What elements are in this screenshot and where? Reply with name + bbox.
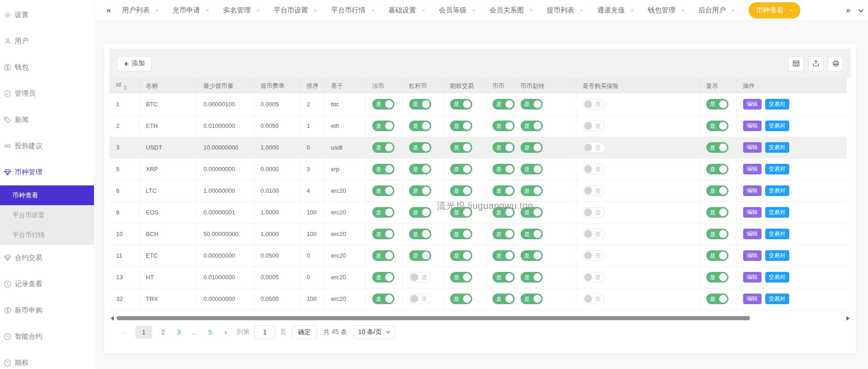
toggle-fiat-on[interactable]: 是: [372, 272, 394, 283]
toggle-visible-on[interactable]: 是: [706, 294, 728, 304]
print-icon[interactable]: [828, 56, 843, 71]
horizontal-scrollbar[interactable]: [110, 316, 850, 321]
export-icon[interactable]: [808, 56, 823, 71]
tab-close-icon[interactable]: ×: [732, 7, 735, 13]
tab-platform-coin-quotes[interactable]: 平台币行情×: [331, 6, 375, 15]
toggle-leverage-on[interactable]: 是: [409, 142, 431, 153]
scroll-left-arrow-icon[interactable]: [111, 316, 114, 321]
toggle-options-on[interactable]: 是: [450, 185, 472, 196]
trading-pairs-button[interactable]: 交易对: [765, 121, 789, 131]
toggle-spot-on[interactable]: 是: [493, 250, 515, 261]
toggle-insurance-off[interactable]: 否: [583, 99, 605, 110]
toggle-transfer-on[interactable]: 是: [521, 99, 543, 110]
toggle-options-on[interactable]: 是: [450, 207, 472, 218]
scrollbar-track[interactable]: [116, 316, 844, 320]
toggle-leverage-on[interactable]: 是: [409, 99, 431, 110]
toggle-fiat-on[interactable]: 是: [372, 294, 394, 304]
tab-menu-chevron-down-icon[interactable]: [857, 6, 865, 15]
tab-deposit-request[interactable]: 充币申请×: [173, 6, 210, 15]
toggle-fiat-on[interactable]: 是: [372, 142, 394, 153]
tab-close-icon[interactable]: ×: [314, 7, 317, 13]
scroll-right-arrow-icon[interactable]: [846, 316, 850, 321]
toggle-insurance-off[interactable]: 否: [583, 142, 605, 153]
trading-pairs-button[interactable]: 交易对: [765, 294, 789, 304]
edit-button[interactable]: 编辑: [743, 250, 762, 261]
toggle-fiat-on[interactable]: 是: [372, 164, 394, 174]
toggle-visible-on[interactable]: 是: [706, 272, 728, 283]
toggle-visible-on[interactable]: 是: [706, 207, 728, 218]
toggle-options-on[interactable]: 是: [450, 121, 472, 131]
add-button[interactable]: + 添加: [117, 56, 152, 71]
tab-close-icon[interactable]: ×: [422, 7, 425, 13]
toggle-transfer-on[interactable]: 是: [521, 185, 543, 196]
toggle-fiat-on[interactable]: 是: [372, 99, 394, 110]
collapse-tabs-icon[interactable]: «: [106, 6, 111, 15]
page-5[interactable]: 5: [205, 329, 215, 336]
toggle-fiat-on[interactable]: 是: [372, 229, 394, 239]
tab-close-icon[interactable]: ×: [206, 7, 210, 13]
expand-tabs-icon[interactable]: »: [846, 6, 850, 15]
tab-wallet-manage[interactable]: 钱包管理×: [648, 6, 685, 15]
toggle-insurance-off[interactable]: 否: [583, 229, 605, 239]
toggle-options-on[interactable]: 是: [450, 294, 472, 304]
toggle-spot-on[interactable]: 是: [493, 272, 515, 283]
toggle-leverage-on[interactable]: 是: [409, 164, 431, 174]
edit-button[interactable]: 编辑: [743, 164, 762, 174]
sidebar-item-smart-contract[interactable]: 智能合约: [0, 323, 94, 350]
toggle-options-on[interactable]: 是: [450, 99, 472, 110]
toggle-spot-on[interactable]: 是: [493, 121, 515, 131]
toggle-spot-on[interactable]: 是: [493, 294, 515, 304]
toggle-transfer-on[interactable]: 是: [521, 294, 543, 304]
sidebar-item-coin-manage[interactable]: 币种管理: [0, 159, 94, 185]
toggle-insurance-off[interactable]: 否: [583, 294, 605, 304]
toggle-visible-on[interactable]: 是: [706, 185, 728, 196]
toggle-leverage-on[interactable]: 是: [409, 185, 431, 196]
edit-button[interactable]: 编辑: [743, 294, 762, 304]
toggle-fiat-on[interactable]: 是: [372, 207, 394, 218]
tab-close-icon[interactable]: ×: [472, 7, 476, 13]
toggle-transfer-on[interactable]: 是: [521, 142, 543, 153]
toggle-insurance-off[interactable]: 否: [583, 164, 605, 174]
sidebar-item-new-coin[interactable]: 新币申购: [0, 297, 94, 323]
tab-close-icon[interactable]: ×: [580, 7, 584, 13]
sidebar-item-users[interactable]: 用户: [0, 28, 94, 54]
toggle-transfer-on[interactable]: 是: [521, 164, 543, 174]
sidebar-item-news[interactable]: 新闻: [0, 107, 94, 133]
edit-button[interactable]: 编辑: [743, 272, 762, 283]
toggle-spot-on[interactable]: 是: [493, 229, 515, 239]
tab-member-graph[interactable]: 会员关系图×: [489, 6, 533, 15]
toggle-spot-on[interactable]: 是: [493, 185, 515, 196]
toggle-leverage-on[interactable]: 是: [409, 250, 431, 261]
page-3[interactable]: 3: [174, 329, 183, 336]
sidebar-item-records[interactable]: 记录查看: [0, 271, 94, 297]
trading-pairs-button[interactable]: 交易对: [765, 185, 789, 196]
toggle-transfer-on[interactable]: 是: [521, 121, 543, 131]
toggle-leverage-on[interactable]: 是: [409, 207, 431, 218]
toggle-fiat-on[interactable]: 是: [372, 250, 394, 261]
toggle-visible-on[interactable]: 是: [706, 164, 728, 174]
toggle-visible-on[interactable]: 是: [706, 142, 728, 153]
toggle-insurance-off[interactable]: 否: [583, 207, 605, 218]
sidebar-item-settings[interactable]: 设置: [0, 2, 94, 28]
tab-admin-users[interactable]: 后台用户×: [698, 6, 735, 15]
trading-pairs-button[interactable]: 交易对: [765, 164, 789, 174]
edit-button[interactable]: 编辑: [743, 229, 762, 239]
scrollbar-thumb[interactable]: [117, 316, 750, 320]
edit-button[interactable]: 编辑: [743, 142, 762, 153]
goto-page-input[interactable]: [254, 325, 276, 339]
toggle-spot-on[interactable]: 是: [493, 99, 515, 110]
tab-member-level[interactable]: 会员等级×: [439, 6, 476, 15]
tab-kyc-manage[interactable]: 实名管理×: [223, 6, 260, 15]
sidebar-subitem-platform-coin-settings[interactable]: 平台币设置: [0, 205, 94, 225]
sidebar-item-options[interactable]: 期权: [0, 350, 94, 369]
tab-basic-settings[interactable]: 基础设置×: [388, 6, 425, 15]
sidebar-subitem-platform-coin-quotes[interactable]: 平台币行情: [0, 225, 94, 245]
toggle-spot-on[interactable]: 是: [493, 142, 515, 153]
toggle-insurance-off[interactable]: 否: [583, 272, 605, 283]
trading-pairs-button[interactable]: 交易对: [765, 229, 789, 239]
tab-platform-coin-settings[interactable]: 平台币设置×: [274, 6, 317, 15]
toggle-leverage-on[interactable]: 是: [409, 229, 431, 239]
trading-pairs-button[interactable]: 交易对: [765, 207, 789, 218]
tab-close-icon[interactable]: ×: [681, 7, 685, 13]
toggle-insurance-off[interactable]: 否: [583, 121, 605, 131]
